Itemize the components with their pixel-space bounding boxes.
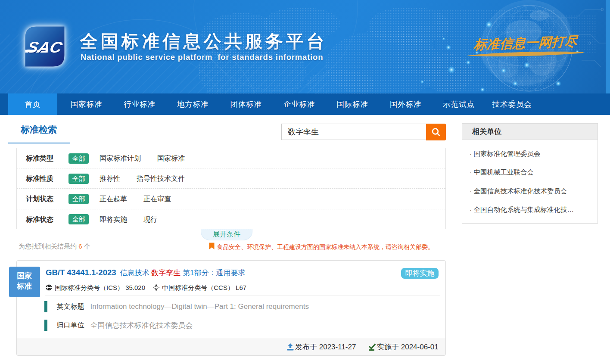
svg-text:SAC: SAC bbox=[25, 39, 65, 56]
